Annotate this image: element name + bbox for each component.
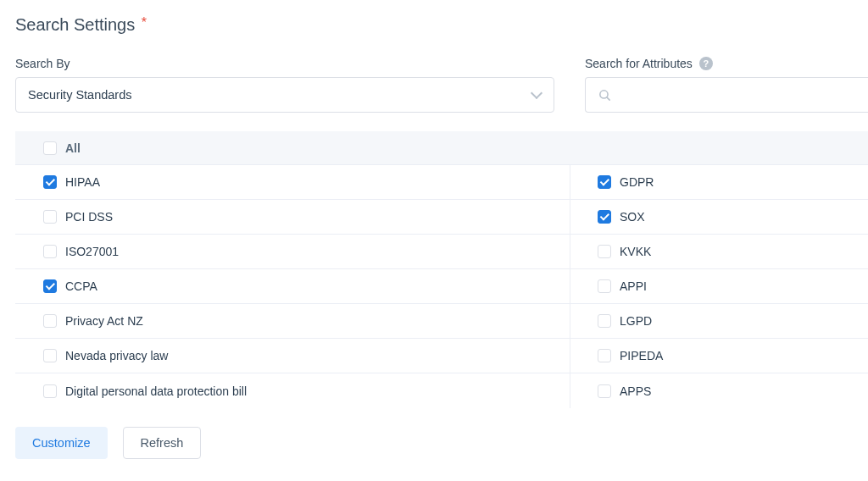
- table-row: APPI: [570, 269, 868, 304]
- row-label: APPS: [620, 384, 651, 398]
- row-label: GDPR: [620, 175, 654, 189]
- required-asterisk: *: [142, 15, 147, 30]
- search-by-label: Search By: [15, 57, 554, 70]
- checkbox[interactable]: [598, 175, 611, 189]
- checkbox[interactable]: [598, 279, 611, 293]
- checkbox[interactable]: [598, 384, 611, 398]
- checkbox[interactable]: [598, 245, 611, 258]
- all-label: All: [65, 141, 81, 155]
- grid-column-left: HIPAAPCI DSSISO27001CCPAPrivacy Act NZNe…: [15, 165, 570, 408]
- standards-grid: All HIPAAPCI DSSISO27001CCPAPrivacy Act …: [15, 131, 868, 408]
- row-label: Digital personal data protection bill: [65, 384, 247, 398]
- row-label: CCPA: [65, 279, 97, 293]
- search-by-select[interactable]: Security Standards: [15, 77, 554, 113]
- row-label: HIPAA: [65, 175, 100, 189]
- table-row: Privacy Act NZ: [15, 304, 570, 339]
- table-row: Nevada privacy law: [15, 339, 570, 373]
- row-label: ISO27001: [65, 245, 119, 258]
- checkbox[interactable]: [43, 314, 57, 328]
- svg-line-1: [607, 97, 609, 99]
- refresh-button[interactable]: Refresh: [123, 427, 202, 459]
- row-label: Nevada privacy law: [65, 349, 168, 362]
- search-by-value: Security Standards: [28, 88, 132, 102]
- search-attributes-input[interactable]: [620, 88, 856, 102]
- table-row: APPS: [570, 373, 868, 408]
- table-row: Digital personal data protection bill: [15, 373, 570, 408]
- row-label: APPI: [620, 279, 647, 293]
- checkbox[interactable]: [43, 349, 57, 362]
- table-row: LGPD: [570, 304, 868, 339]
- checkbox[interactable]: [43, 384, 57, 398]
- row-label: SOX: [620, 210, 645, 224]
- checkbox-all[interactable]: [43, 141, 57, 155]
- chevron-down-icon: [531, 90, 542, 100]
- checkbox[interactable]: [43, 175, 57, 189]
- search-icon: [598, 88, 612, 102]
- row-label: LGPD: [620, 314, 652, 328]
- grid-header-row: All: [15, 131, 868, 165]
- checkbox[interactable]: [43, 210, 57, 224]
- help-icon[interactable]: ?: [699, 57, 713, 70]
- search-attributes-label: Search for Attributes: [585, 57, 693, 70]
- page-title-text: Search Settings: [15, 15, 135, 34]
- row-label: PIPEDA: [620, 349, 663, 362]
- checkbox[interactable]: [598, 210, 611, 224]
- table-row: ISO27001: [15, 235, 570, 269]
- table-row: SOX: [570, 200, 868, 235]
- row-label: Privacy Act NZ: [65, 314, 143, 328]
- checkbox[interactable]: [43, 245, 57, 258]
- search-attributes-field[interactable]: [585, 77, 868, 113]
- table-row: PIPEDA: [570, 339, 868, 373]
- table-row: HIPAA: [15, 165, 570, 200]
- checkbox[interactable]: [598, 349, 611, 362]
- customize-button[interactable]: Customize: [15, 427, 108, 459]
- checkbox[interactable]: [598, 314, 611, 328]
- table-row: PCI DSS: [15, 200, 570, 235]
- grid-column-right: GDPRSOXKVKKAPPILGPDPIPEDAAPPS: [570, 165, 868, 408]
- row-label: KVKK: [620, 245, 651, 258]
- checkbox[interactable]: [43, 279, 57, 293]
- page-title: Search Settings *: [15, 15, 868, 35]
- table-row: KVKK: [570, 235, 868, 269]
- table-row: GDPR: [570, 165, 868, 200]
- table-row: CCPA: [15, 269, 570, 304]
- row-label: PCI DSS: [65, 210, 113, 224]
